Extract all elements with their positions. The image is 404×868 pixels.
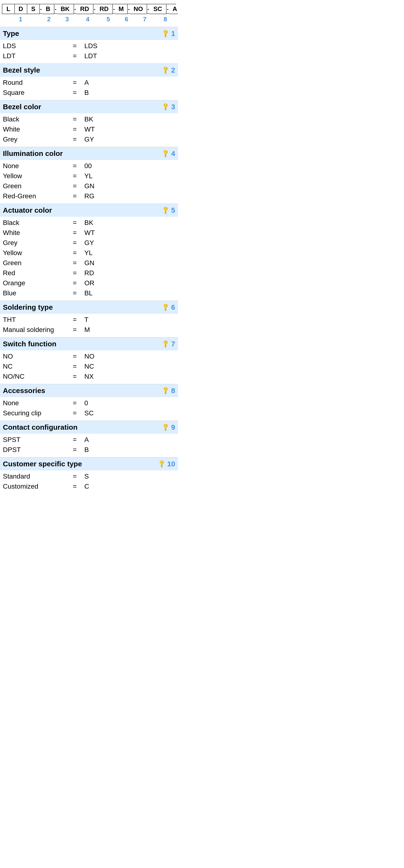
- row-code: BK: [84, 116, 93, 123]
- row-equals: =: [65, 483, 84, 490]
- table-row: DPST=B: [0, 445, 178, 455]
- row-label: Manual soldering: [3, 326, 65, 334]
- number-1: 1: [2, 16, 39, 23]
- header-separator: -: [128, 5, 130, 14]
- section-right-bezel-style: 🔑2: [162, 66, 175, 74]
- row-code: B: [84, 446, 89, 454]
- table-row: Red-Green=RG: [0, 191, 178, 201]
- header-box-sc: SC: [149, 4, 167, 14]
- section-header-switch-function: Switch function🔑7: [0, 337, 178, 350]
- table-row: THT=T: [0, 315, 178, 325]
- row-code: T: [84, 316, 88, 323]
- table-row: Black=BK: [0, 218, 178, 228]
- number-row: 12345678910: [2, 14, 176, 27]
- row-code: YL: [84, 249, 92, 257]
- row-label: SPST: [3, 436, 65, 443]
- row-equals: =: [65, 229, 84, 237]
- row-label: NO: [3, 352, 65, 360]
- number-7: 7: [136, 16, 153, 23]
- section-bezel-color: Bezel color🔑3Black=BKWhite=WTGrey=GY: [0, 100, 178, 147]
- table-row: White=WT: [0, 124, 178, 134]
- header-separator: -: [147, 5, 149, 14]
- header-separator: -: [93, 5, 96, 14]
- header-box-m: M: [115, 4, 128, 14]
- section-header-actuator-color: Actuator color🔑5: [0, 204, 178, 217]
- row-equals: =: [65, 125, 84, 133]
- table-row: NO=NO: [0, 351, 178, 362]
- number-2: 2: [42, 16, 55, 23]
- header-box-rd: RD: [76, 4, 93, 14]
- section-body-bezel-style: Round=ASquare=B: [0, 76, 178, 100]
- row-label: Customized: [3, 483, 65, 490]
- row-equals: =: [65, 239, 84, 247]
- row-equals: =: [65, 363, 84, 370]
- row-equals: =: [65, 249, 84, 257]
- section-title-actuator-color: Actuator color: [3, 206, 52, 214]
- section-body-switch-function: NO=NONC=NCNO/NC=NX: [0, 350, 178, 384]
- row-label: Green: [3, 182, 65, 190]
- table-row: Grey=GY: [0, 238, 178, 248]
- section-num-soldering-type: 6: [171, 303, 175, 311]
- table-row: NC=NC: [0, 362, 178, 371]
- header-box-no: NO: [130, 4, 147, 14]
- row-code: WT: [84, 229, 95, 237]
- row-code: B: [84, 89, 89, 96]
- header-separator: -: [40, 5, 42, 14]
- table-row: Orange=OR: [0, 278, 178, 288]
- row-label: Round: [3, 79, 65, 87]
- section-body-contact-configuration: SPST=ADPST=B: [0, 434, 178, 457]
- row-code: GN: [84, 182, 94, 190]
- section-num-customer-specific-type: 10: [167, 460, 175, 468]
- section-right-type: 🔑1: [162, 29, 175, 38]
- row-equals: =: [65, 135, 84, 143]
- row-label: Yellow: [3, 172, 65, 180]
- header-separator: -: [113, 5, 115, 14]
- section-right-customer-specific-type: 🔑10: [158, 460, 175, 468]
- row-equals: =: [65, 279, 84, 287]
- header-box-s: S: [27, 4, 40, 14]
- row-equals: =: [65, 399, 84, 407]
- key-icon: 🔑: [161, 29, 170, 38]
- row-label: THT: [3, 316, 65, 323]
- row-code: 0: [84, 399, 88, 407]
- header-separator: -: [54, 5, 57, 14]
- table-row: Yellow=YL: [0, 248, 178, 258]
- row-label: White: [3, 229, 65, 237]
- row-label: Black: [3, 219, 65, 226]
- table-row: Grey=GY: [0, 134, 178, 145]
- section-right-contact-configuration: 🔑9: [162, 423, 175, 431]
- section-title-contact-configuration: Contact configuration: [3, 423, 78, 431]
- section-title-accessories: Accessories: [3, 386, 45, 395]
- section-soldering-type: Soldering type🔑6THT=TManual soldering=M: [0, 301, 178, 337]
- row-code: YL: [84, 172, 92, 180]
- section-accessories: Accessories🔑8None=0Securing clip=SC: [0, 384, 178, 421]
- section-header-bezel-color: Bezel color🔑3: [0, 100, 178, 113]
- table-row: NO/NC=NX: [0, 371, 178, 381]
- row-code: WT: [84, 125, 95, 133]
- section-right-actuator-color: 🔑5: [162, 206, 175, 214]
- section-header-bezel-style: Bezel style🔑2: [0, 63, 178, 76]
- row-code: NO: [84, 352, 94, 360]
- table-row: Securing clip=SC: [0, 408, 178, 418]
- row-label: Standard: [3, 472, 65, 480]
- section-body-actuator-color: Black=BKWhite=WTGrey=GYYellow=YLGreen=GN…: [0, 217, 178, 301]
- section-body-type: LDS=LDSLDT=LDT: [0, 40, 178, 63]
- table-row: Square=B: [0, 88, 178, 98]
- section-title-bezel-style: Bezel style: [3, 66, 40, 74]
- row-equals: =: [65, 172, 84, 180]
- row-code: 00: [84, 162, 92, 170]
- section-title-switch-function: Switch function: [3, 340, 56, 348]
- section-num-switch-function: 7: [171, 340, 175, 348]
- key-icon: 🔑: [161, 303, 170, 312]
- key-icon: 🔑: [161, 423, 170, 432]
- header-box-l: L: [2, 4, 15, 14]
- section-right-soldering-type: 🔑6: [162, 303, 175, 311]
- row-code: LDT: [84, 52, 97, 60]
- key-icon: 🔑: [161, 66, 170, 74]
- row-code: GY: [84, 135, 94, 143]
- row-code: NC: [84, 363, 94, 370]
- section-num-illumination-color: 4: [171, 150, 175, 158]
- row-equals: =: [65, 269, 84, 277]
- section-body-illumination-color: None=00Yellow=YLGreen=GNRed-Green=RG: [0, 160, 178, 204]
- row-label: NO/NC: [3, 373, 65, 380]
